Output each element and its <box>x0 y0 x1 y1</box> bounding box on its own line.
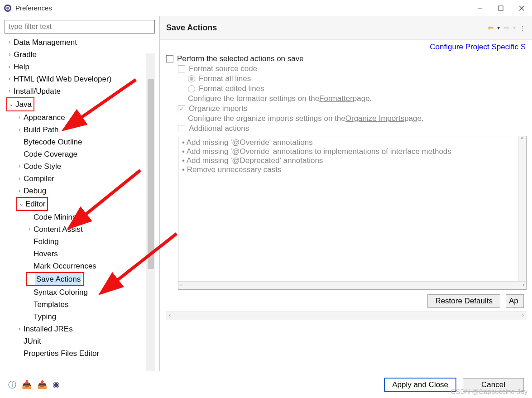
tree-item[interactable]: ·Syntax Coloring <box>5 286 155 298</box>
collapsed-icon[interactable]: › <box>6 48 13 61</box>
page-hscroll[interactable]: ‹› <box>166 312 527 320</box>
tree-item-label: Templates <box>34 298 68 311</box>
tree-item[interactable]: ›Appearance <box>5 111 155 124</box>
list-item: Add missing '@Override' annotations to i… <box>182 147 526 156</box>
collapsed-icon[interactable]: › <box>16 323 23 335</box>
additional-actions-label: Additional actions <box>189 124 249 133</box>
tree-item-label: Bytecode Outline <box>24 136 82 148</box>
formatter-link[interactable]: Formatter <box>319 94 353 103</box>
perform-on-save-checkbox[interactable] <box>166 55 173 62</box>
organize-imports-link[interactable]: Organize Imports <box>345 114 404 123</box>
tree-item[interactable]: ·Save Actions <box>5 272 155 286</box>
tree-item[interactable]: ·Templates <box>5 298 155 311</box>
collapsed-icon[interactable]: › <box>26 223 33 235</box>
tree-item-label: HTML (Wild Web Developer) <box>14 73 111 85</box>
forward-menu-icon[interactable]: ▼ <box>512 25 517 30</box>
watermark: CSDN @Cappuccino-Jay <box>451 388 527 395</box>
tree-item[interactable]: ·Code Coverage <box>5 148 155 160</box>
format-edited-label: Format edited lines <box>199 84 264 93</box>
tree-item-label: Build Path <box>24 124 59 136</box>
list-item: Add missing '@Override' annotations <box>182 138 526 147</box>
collapsed-icon[interactable]: › <box>6 73 13 85</box>
close-button[interactable] <box>511 0 532 16</box>
tree-item[interactable]: ·Folding <box>5 235 155 248</box>
collapsed-icon[interactable]: › <box>16 173 23 185</box>
format-source-checkbox <box>178 65 185 72</box>
tree-item[interactable]: ›Install/Update <box>5 85 155 97</box>
preferences-tree[interactable]: ›Data Management›Gradle›Help›HTML (Wild … <box>5 36 155 360</box>
tree-item[interactable]: ›Gradle <box>5 48 155 61</box>
tree-item-label: Content Assist <box>34 223 83 235</box>
collapsed-icon[interactable]: › <box>6 61 13 73</box>
help-icon[interactable]: ⓘ <box>8 379 16 390</box>
restore-defaults-button[interactable]: Restore Defaults <box>427 294 500 308</box>
tree-item[interactable]: ·Properties Files Editor <box>5 347 155 360</box>
tree-item-label: Editor <box>25 198 45 210</box>
tree-item-label: Help <box>14 61 29 73</box>
tree-item[interactable]: ·Typing <box>5 311 155 323</box>
tree-item-label: Install/Update <box>14 85 61 97</box>
tree-item-label: Typing <box>34 311 56 323</box>
tree-item[interactable]: ›Compiler <box>5 173 155 185</box>
tree-item[interactable]: ›HTML (Wild Web Developer) <box>5 73 155 85</box>
window-title: Preferences <box>15 4 52 12</box>
tree-item-label: Syntax Coloring <box>34 286 88 298</box>
organize-imports-checkbox <box>178 105 185 112</box>
project-specific-link[interactable]: Configure Project Specific S <box>430 43 526 51</box>
apply-and-close-button[interactable]: Apply and Close <box>384 378 456 392</box>
filter-input[interactable] <box>5 20 155 34</box>
titlebar: Preferences <box>0 0 532 16</box>
tree-item-label: Compiler <box>24 173 54 185</box>
menu-icon[interactable]: ⋮ <box>519 24 526 32</box>
minimize-button[interactable] <box>470 0 490 16</box>
tree-item[interactable]: ·Bytecode Outline <box>5 136 155 148</box>
expanded-icon[interactable]: ⌄ <box>8 98 14 110</box>
tree-item[interactable]: ›Help <box>5 61 155 73</box>
tree-item[interactable]: ·Mark Occurrences <box>5 260 155 272</box>
collapsed-icon[interactable]: › <box>6 36 13 48</box>
tree-item-label: Appearance <box>24 111 65 124</box>
expanded-icon[interactable]: ⌄ <box>18 198 24 210</box>
collapsed-icon[interactable]: › <box>6 85 13 97</box>
svg-point-2 <box>6 7 9 10</box>
additional-actions-checkbox <box>178 125 185 132</box>
collapsed-icon[interactable]: › <box>16 185 23 197</box>
tree-item[interactable]: ·JUnit <box>5 335 155 347</box>
tree-item[interactable]: ›Installed JREs <box>5 323 155 335</box>
svg-rect-4 <box>498 6 503 10</box>
back-menu-icon[interactable]: ▼ <box>496 25 501 30</box>
tree-item[interactable]: ›Code Style <box>5 160 155 173</box>
apply-button[interactable]: Ap <box>506 294 524 308</box>
collapsed-icon[interactable]: › <box>16 160 23 173</box>
format-all-radio <box>188 75 195 82</box>
export-icon[interactable]: 📤 <box>37 379 47 390</box>
back-icon[interactable]: ⇦ <box>488 24 494 32</box>
organize-hint: Configure the organize imports settings … <box>166 114 527 123</box>
tree-item[interactable]: ·Hovers <box>5 248 155 260</box>
collapsed-icon[interactable]: › <box>16 111 23 124</box>
tree-item[interactable]: ›Content Assist <box>5 223 155 235</box>
maximize-button[interactable] <box>490 0 511 16</box>
tree-item[interactable]: ›Build Path <box>5 124 155 136</box>
tree-item-label: Code Minings <box>34 211 81 223</box>
list-hscroll[interactable]: ‹› <box>178 281 526 289</box>
format-edited-radio <box>188 85 195 92</box>
tree-item[interactable]: ›Debug <box>5 185 155 197</box>
import-icon[interactable]: 📥 <box>22 379 32 390</box>
page-toolbar: ⇦ ▼ ⇨ ▼ ⋮ <box>488 24 526 32</box>
record-icon[interactable]: ◉ <box>53 379 60 390</box>
list-item: Remove unnecessary casts <box>182 165 526 174</box>
perform-on-save-label: Perform the selected actions on save <box>177 54 304 63</box>
format-all-label: Format all lines <box>199 74 251 83</box>
tree-item-label: Hovers <box>34 248 58 260</box>
collapsed-icon[interactable]: › <box>16 124 23 136</box>
tree-item[interactable]: ⌄Editor <box>5 197 155 211</box>
tree-item[interactable]: ⌄Java <box>5 97 155 111</box>
tree-item[interactable]: ·Code Minings <box>5 211 155 223</box>
tree-item-label: Mark Occurrences <box>34 260 96 272</box>
tree-item[interactable]: ›Data Management <box>5 36 155 48</box>
list-vscroll[interactable]: ˄ <box>518 136 526 281</box>
forward-icon[interactable]: ⇨ <box>503 24 509 32</box>
tree-scrollbar[interactable] <box>146 53 155 371</box>
organize-imports-label: Organize imports <box>189 104 247 113</box>
